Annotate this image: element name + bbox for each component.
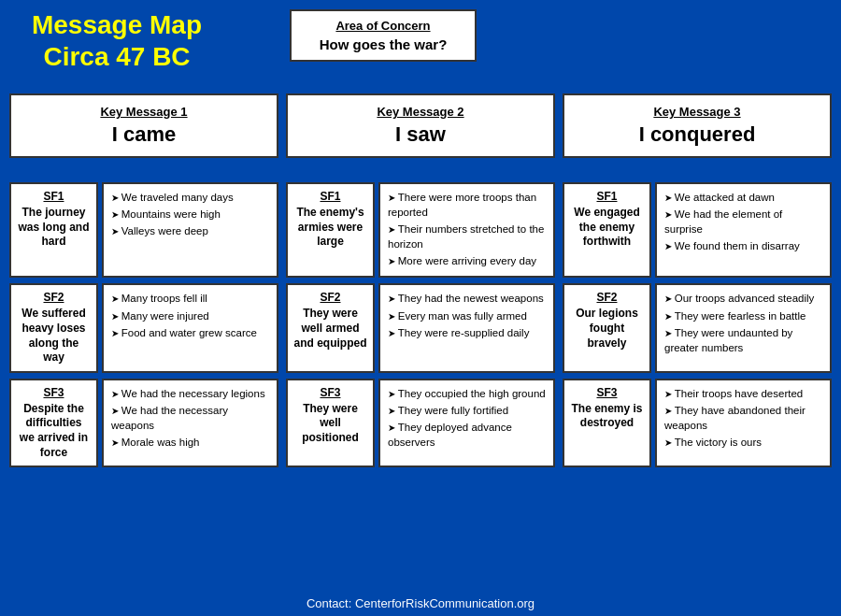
key-message-1-label: Key Message 1: [19, 105, 269, 119]
key-message-3-value: I conquered: [572, 122, 822, 147]
sf-row-3: SF3Despite the difficulties we arrived i…: [9, 379, 832, 467]
sf-text-3-3: The enemy is destroyed: [570, 402, 644, 431]
bullet-box-3-2: They occupied the high groundThey were f…: [378, 379, 555, 467]
sf-label-2-2: SF2: [293, 291, 367, 304]
bullet-item-2-2-3: They were re-supplied daily: [388, 325, 546, 340]
key-message-2-label: Key Message 2: [295, 105, 546, 119]
title-line1: Message Map: [9, 9, 224, 41]
key-message-1: Key Message 1 I came: [9, 93, 278, 158]
sf-box-1-1: SF1The journey was long and hard: [9, 182, 98, 278]
key-message-1-value: I came: [19, 122, 269, 147]
bullet-item-1-1-2: Mountains were high: [111, 207, 269, 222]
sf-text-1-3: We engaged the enemy forthwith: [570, 206, 644, 250]
bullet-item-1-3-2: We had the element of surprise: [664, 207, 822, 236]
bullet-item-3-1-3: Morale was high: [111, 435, 269, 450]
bullet-item-3-1-2: We had the necessary weapons: [111, 403, 269, 433]
key-messages-row: Key Message 1 I came Key Message 2 I saw…: [9, 93, 832, 158]
bullet-item-2-1-3: Food and water grew scarce: [111, 325, 269, 340]
contact-footer: Contact: CenterforRiskCommunication.org: [0, 596, 841, 610]
sf-group-3-2: SF3They were well positionedThey occupie…: [286, 379, 555, 467]
sf-label-3-3: SF3: [570, 386, 644, 399]
sf-row-1: SF1The journey was long and hardWe trave…: [9, 182, 832, 278]
sf-text-2-1: We suffered heavy loses along the way: [17, 307, 91, 365]
bullet-item-3-2-2: They were fully fortified: [388, 403, 546, 418]
bullet-box-2-3: Our troops advanced steadilyThey were fe…: [655, 283, 832, 372]
sf-text-2-2: They were well armed and equipped: [293, 307, 367, 351]
sf-label-3-1: SF3: [17, 386, 91, 399]
title-area: Message Map Circa 47 BC: [9, 9, 224, 72]
sf-text-1-1: The journey was long and hard: [17, 206, 91, 250]
sf-label-1-2: SF1: [293, 190, 367, 203]
area-of-concern-box: Area of Concern How goes the war?: [290, 9, 477, 62]
sf-group-1-3: SF1We engaged the enemy forthwithWe atta…: [563, 182, 832, 278]
key-message-3: Key Message 3 I conquered: [563, 93, 832, 158]
bullet-item-2-1-2: Many were injured: [111, 308, 269, 323]
sf-label-1-1: SF1: [17, 190, 91, 203]
bullet-box-1-3: We attacked at dawnWe had the element of…: [655, 182, 832, 278]
bullet-item-3-3-1: Their troops have deserted: [664, 386, 822, 401]
bullet-item-3-2-1: They occupied the high ground: [388, 386, 546, 401]
bullet-item-1-1-3: Valleys were deep: [111, 223, 269, 238]
sf-group-3-3: SF3The enemy is destroyedTheir troops ha…: [563, 379, 832, 467]
bullet-item-1-2-3: More were arriving every day: [388, 253, 546, 268]
bullet-item-2-3-2: They were fearless in battle: [664, 308, 822, 323]
bullet-item-2-3-1: Our troops advanced steadily: [664, 291, 822, 306]
key-message-2: Key Message 2 I saw: [286, 93, 555, 158]
bullet-item-1-3-1: We attacked at dawn: [664, 190, 822, 205]
bullet-item-2-3-3: They were undaunted by greater numbers: [664, 325, 822, 355]
sf-box-3-3: SF3The enemy is destroyed: [563, 379, 651, 467]
sf-box-1-3: SF1We engaged the enemy forthwith: [563, 182, 651, 278]
bullet-box-2-1: Many troops fell illMany were injuredFoo…: [102, 283, 278, 372]
bullet-item-1-2-1: There were more troops than reported: [388, 190, 546, 220]
sf-label-3-2: SF3: [293, 386, 367, 399]
bullet-item-3-3-3: The victory is ours: [664, 435, 822, 450]
sf-box-3-2: SF3They were well positioned: [286, 379, 375, 467]
sf-row-2: SF2We suffered heavy loses along the way…: [9, 283, 832, 372]
sf-label-1-3: SF1: [570, 190, 644, 203]
key-message-2-value: I saw: [295, 122, 546, 147]
sf-group-2-1: SF2We suffered heavy loses along the way…: [9, 283, 278, 372]
sf-label-2-1: SF2: [17, 291, 91, 304]
sf-box-2-3: SF2Our legions fought bravely: [563, 283, 651, 372]
bullet-box-1-1: We traveled many daysMountains were high…: [102, 182, 278, 278]
sf-group-2-3: SF2Our legions fought bravelyOur troops …: [563, 283, 832, 372]
bullet-item-2-2-1: They had the newest weapons: [388, 291, 546, 306]
bullet-item-2-2-2: Every man was fully armed: [388, 308, 546, 323]
sf-group-1-1: SF1The journey was long and hardWe trave…: [9, 182, 278, 278]
page-container: Message Map Circa 47 BC Area of Concern …: [0, 0, 841, 616]
bullet-item-2-1-1: Many troops fell ill: [111, 291, 269, 306]
bullet-item-1-3-3: We found them in disarray: [664, 238, 822, 253]
bullet-item-1-2-2: Their numbers stretched to the horizon: [388, 222, 546, 251]
sf-rows-container: SF1The journey was long and hardWe trave…: [9, 182, 832, 473]
sf-box-1-2: SF1The enemy's armies were large: [286, 182, 375, 278]
sf-box-3-1: SF3Despite the difficulties we arrived i…: [9, 379, 98, 467]
sf-text-1-2: The enemy's armies were large: [293, 206, 367, 250]
sf-text-3-1: Despite the difficulties we arrived in f…: [17, 402, 91, 460]
title-line2: Circa 47 BC: [9, 41, 224, 73]
sf-group-3-1: SF3Despite the difficulties we arrived i…: [9, 379, 278, 467]
bullet-box-1-2: There were more troops than reportedThei…: [378, 182, 555, 278]
sf-group-2-2: SF2They were well armed and equippedThey…: [286, 283, 555, 372]
sf-label-2-3: SF2: [570, 291, 644, 304]
sf-text-3-2: They were well positioned: [293, 402, 367, 446]
bullet-box-3-1: We had the necessary legionsWe had the n…: [102, 379, 278, 467]
bullet-item-1-1-1: We traveled many days: [111, 190, 269, 205]
area-concern-question: How goes the war?: [303, 36, 463, 52]
area-concern-label: Area of Concern: [303, 19, 463, 33]
sf-box-2-2: SF2They were well armed and equipped: [286, 283, 375, 372]
sf-group-1-2: SF1The enemy's armies were largeThere we…: [286, 182, 555, 278]
key-message-3-label: Key Message 3: [572, 105, 822, 119]
bullet-box-2-2: They had the newest weaponsEvery man was…: [378, 283, 555, 372]
bullet-item-3-2-3: They deployed advance observers: [388, 420, 546, 450]
bullet-item-3-3-2: They have abandoned their weapons: [664, 403, 822, 433]
sf-box-2-1: SF2We suffered heavy loses along the way: [9, 283, 98, 372]
bullet-item-3-1-1: We had the necessary legions: [111, 386, 269, 401]
sf-text-2-3: Our legions fought bravely: [570, 307, 644, 351]
bullet-box-3-3: Their troops have desertedThey have aban…: [655, 379, 832, 467]
